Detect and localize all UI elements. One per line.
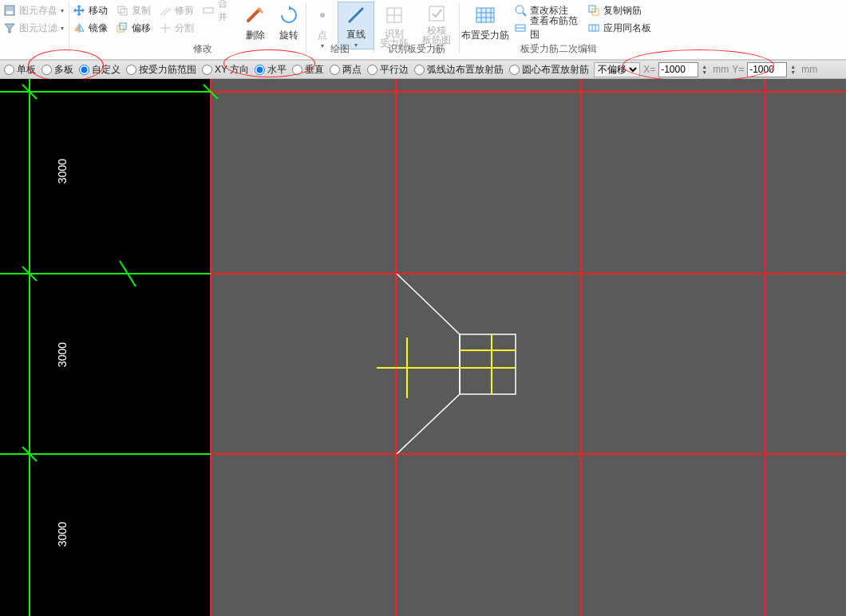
svg-marker-2 — [5, 24, 14, 33]
lbl-mm2: mm — [801, 64, 817, 75]
svg-rect-14 — [429, 6, 444, 21]
merge-icon — [202, 4, 215, 17]
point-icon — [310, 3, 334, 27]
drawing-canvas[interactable]: 3000 3000 3000 — [0, 79, 846, 616]
check-icon — [425, 3, 449, 24]
inp-y[interactable] — [747, 62, 787, 77]
btn-delete-label: 删除 — [246, 29, 265, 42]
inp-x[interactable] — [658, 62, 698, 77]
split-icon — [159, 22, 172, 34]
btn-point-label: 点 — [318, 29, 327, 42]
opt-custom[interactable]: 自定义 — [77, 63, 121, 77]
dim-r1: 3000 — [56, 159, 69, 184]
btn-elem-save[interactable]: 图元存盘 ▾ — [3, 2, 64, 19]
svg-rect-7 — [117, 26, 124, 32]
btn-mirror[interactable]: 镜像 — [73, 19, 108, 37]
group-edit-label: 板受力筋二次编辑 — [460, 42, 658, 56]
options-bar: 单板 多板 自定义 按受力筋范围 XY 方向 水平 垂直 两点 平行边 弧线边布… — [0, 60, 846, 79]
opt-horiz[interactable]: 水平 — [252, 63, 287, 77]
opt-by-range[interactable]: 按受力筋范围 — [124, 63, 196, 77]
btn-elem-filter-label: 图元过滤 — [19, 22, 57, 35]
btn-copy-rebar-label: 复制钢筋 — [603, 4, 642, 18]
btn-elem-filter[interactable]: 图元过滤 ▾ — [3, 19, 64, 37]
spin-y[interactable]: ▲▼ — [790, 64, 798, 75]
btn-merge[interactable]: 合并 — [202, 2, 235, 19]
svg-rect-8 — [120, 23, 126, 30]
opt-parallel[interactable]: 平行边 — [365, 63, 409, 77]
svg-rect-6 — [121, 9, 127, 15]
btn-split-label: 分割 — [175, 22, 194, 35]
svg-marker-3 — [74, 25, 78, 31]
btn-move[interactable]: 移动 — [73, 2, 108, 19]
btn-offset[interactable]: 偏移 — [116, 19, 151, 37]
lbl-y: Y= — [732, 64, 744, 75]
opt-two-pt[interactable]: 两点 — [327, 63, 362, 77]
recognize-icon — [382, 3, 406, 27]
btn-copy-rebar[interactable]: 复制钢筋 — [587, 2, 642, 19]
range-icon — [514, 22, 527, 34]
grid-svg — [0, 79, 846, 616]
copy-icon — [116, 4, 128, 17]
btn-apply-same[interactable]: 应用同名板 — [587, 19, 651, 37]
rotate-icon — [277, 3, 301, 27]
lbl-mm1: mm — [713, 64, 729, 75]
opt-xy-dir[interactable]: XY 方向 — [200, 63, 249, 77]
dim-r3: 3000 — [56, 522, 69, 547]
move-icon — [73, 4, 85, 17]
btn-mirror-label: 镜像 — [89, 22, 108, 35]
btn-line-label: 直线 — [346, 28, 366, 41]
spin-x[interactable]: ▲▼ — [702, 64, 710, 75]
opt-arc-ray[interactable]: 弧线边布置放射筋 — [412, 63, 504, 77]
sel-offset[interactable]: 不偏移 — [594, 62, 640, 77]
btn-layout-rebar-label: 布置受力筋 — [461, 29, 509, 42]
btn-view-range[interactable]: 查看布筋范围 — [514, 19, 581, 37]
delete-icon — [243, 3, 267, 27]
svg-rect-5 — [118, 6, 125, 13]
btn-copy-label: 复制 — [132, 4, 151, 18]
btn-move-label: 移动 — [89, 4, 108, 18]
line-icon — [344, 4, 368, 26]
svg-rect-15 — [476, 8, 494, 22]
svg-rect-40 — [460, 334, 516, 394]
ribbon: 图元存盘 ▾ 图元过滤 ▾ 移动 镜像 复制 偏移 — [0, 0, 846, 60]
svg-rect-9 — [204, 8, 213, 13]
lbl-x: X= — [643, 64, 655, 75]
opt-single[interactable]: 单板 — [2, 63, 36, 77]
svg-line-17 — [523, 13, 526, 16]
filter-icon — [3, 22, 16, 34]
dim-r2: 3000 — [56, 342, 69, 367]
group-modify-label: 修改 — [100, 42, 306, 56]
group-draw-label: 绘图 — [306, 42, 374, 56]
btn-split[interactable]: 分割 — [159, 19, 194, 37]
svg-line-12 — [349, 8, 363, 22]
btn-merge-label: 合并 — [218, 0, 235, 24]
apply-icon — [587, 22, 600, 34]
svg-marker-4 — [80, 25, 84, 31]
btn-trim-label: 修剪 — [175, 4, 194, 18]
offset-icon — [116, 22, 128, 34]
trim-icon — [159, 4, 172, 17]
copy-rebar-icon — [587, 4, 600, 17]
caret-icon: ▾ — [61, 7, 64, 14]
caret-icon: ▾ — [61, 25, 64, 32]
save-icon — [3, 4, 16, 17]
group-recognize-label: 识别板受力筋 — [374, 42, 459, 56]
svg-point-11 — [320, 13, 325, 18]
btn-elem-save-label: 图元存盘 — [19, 4, 57, 18]
btn-trim[interactable]: 修剪 — [159, 2, 194, 19]
btn-rotate-label: 旋转 — [279, 29, 298, 42]
btn-offset-label: 偏移 — [132, 22, 151, 35]
annot-icon — [514, 4, 527, 17]
btn-copy[interactable]: 复制 — [116, 2, 151, 19]
mirror-icon — [73, 22, 85, 34]
layout-rebar-icon — [473, 3, 497, 27]
svg-rect-1 — [6, 11, 13, 14]
opt-circle-ray[interactable]: 圆心布置放射筋 — [507, 63, 589, 77]
svg-rect-21 — [589, 25, 599, 31]
opt-vert[interactable]: 垂直 — [290, 63, 324, 77]
svg-point-16 — [516, 6, 524, 14]
opt-multi[interactable]: 多板 — [39, 63, 73, 77]
btn-apply-same-label: 应用同名板 — [603, 22, 651, 35]
btn-view-range-label: 查看布筋范围 — [530, 14, 581, 41]
